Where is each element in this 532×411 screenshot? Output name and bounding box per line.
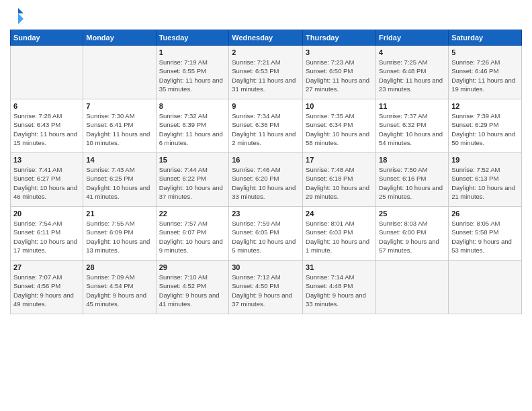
calendar-cell: 16Sunrise: 7:46 AM Sunset: 6:20 PM Dayli… (229, 153, 303, 207)
day-detail: Sunrise: 7:54 AM Sunset: 6:11 PM Dayligh… (13, 219, 80, 255)
day-detail: Sunrise: 7:48 AM Sunset: 6:18 PM Dayligh… (306, 165, 373, 201)
day-detail: Sunrise: 8:05 AM Sunset: 5:58 PM Dayligh… (451, 219, 519, 255)
calendar-cell: 31Sunrise: 7:14 AM Sunset: 4:48 PM Dayli… (303, 261, 376, 314)
calendar-cell: 26Sunrise: 8:05 AM Sunset: 5:58 PM Dayli… (449, 207, 522, 261)
calendar-week-row-1: 1Sunrise: 7:19 AM Sunset: 6:55 PM Daylig… (11, 46, 522, 99)
calendar-cell: 23Sunrise: 7:59 AM Sunset: 6:05 PM Dayli… (229, 207, 303, 261)
calendar-cell (11, 46, 83, 99)
calendar-cell: 29Sunrise: 7:10 AM Sunset: 4:52 PM Dayli… (156, 261, 229, 314)
day-detail: Sunrise: 7:09 AM Sunset: 4:54 PM Dayligh… (86, 273, 152, 308)
day-detail: Sunrise: 7:14 AM Sunset: 4:48 PM Dayligh… (306, 273, 373, 308)
calendar-cell: 1Sunrise: 7:19 AM Sunset: 6:55 PM Daylig… (156, 46, 229, 99)
calendar-cell: 19Sunrise: 7:52 AM Sunset: 6:13 PM Dayli… (449, 153, 522, 207)
calendar-cell (83, 46, 156, 99)
calendar-header-row: Sunday Monday Tuesday Wednesday Thursday… (11, 30, 522, 46)
calendar-cell: 24Sunrise: 8:01 AM Sunset: 6:03 PM Dayli… (303, 207, 376, 261)
day-number: 14 (86, 156, 152, 164)
day-number: 7 (86, 102, 152, 110)
day-number: 11 (379, 102, 445, 110)
calendar-cell: 14Sunrise: 7:43 AM Sunset: 6:25 PM Dayli… (83, 153, 156, 207)
calendar-cell (449, 261, 522, 314)
calendar-cell: 9Sunrise: 7:34 AM Sunset: 6:36 PM Daylig… (229, 99, 303, 153)
day-detail: Sunrise: 7:25 AM Sunset: 6:48 PM Dayligh… (379, 58, 445, 93)
day-number: 15 (159, 156, 226, 164)
day-number: 21 (86, 210, 152, 218)
day-number: 12 (451, 102, 519, 110)
calendar-cell: 15Sunrise: 7:44 AM Sunset: 6:22 PM Dayli… (156, 153, 229, 207)
calendar-cell: 13Sunrise: 7:41 AM Sunset: 6:27 PM Dayli… (11, 153, 83, 207)
day-number: 23 (232, 210, 300, 218)
day-detail: Sunrise: 7:34 AM Sunset: 6:36 PM Dayligh… (232, 111, 300, 147)
day-detail: Sunrise: 7:30 AM Sunset: 6:41 PM Dayligh… (86, 111, 152, 147)
day-number: 19 (451, 156, 519, 164)
day-number: 6 (13, 102, 80, 110)
day-detail: Sunrise: 8:03 AM Sunset: 6:00 PM Dayligh… (379, 219, 445, 255)
calendar-cell: 5Sunrise: 7:26 AM Sunset: 6:46 PM Daylig… (449, 46, 522, 99)
calendar-cell: 18Sunrise: 7:50 AM Sunset: 6:16 PM Dayli… (376, 153, 449, 207)
day-number: 17 (306, 156, 373, 164)
day-number: 5 (451, 48, 519, 56)
day-number: 24 (306, 210, 373, 218)
calendar-cell: 25Sunrise: 8:03 AM Sunset: 6:00 PM Dayli… (376, 207, 449, 261)
header (10, 7, 522, 26)
calendar-week-row-2: 6Sunrise: 7:28 AM Sunset: 6:43 PM Daylig… (11, 99, 522, 153)
calendar-cell: 17Sunrise: 7:48 AM Sunset: 6:18 PM Dayli… (303, 153, 376, 207)
day-number: 29 (159, 263, 226, 271)
logo-icon (11, 7, 25, 26)
day-detail: Sunrise: 7:57 AM Sunset: 6:07 PM Dayligh… (159, 219, 226, 255)
calendar-cell: 30Sunrise: 7:12 AM Sunset: 4:50 PM Dayli… (229, 261, 303, 314)
calendar-week-row-4: 20Sunrise: 7:54 AM Sunset: 6:11 PM Dayli… (11, 207, 522, 261)
calendar-cell (376, 261, 449, 314)
day-detail: Sunrise: 7:43 AM Sunset: 6:25 PM Dayligh… (86, 165, 152, 201)
day-number: 2 (232, 48, 300, 56)
day-number: 18 (379, 156, 445, 164)
calendar-cell: 2Sunrise: 7:21 AM Sunset: 6:53 PM Daylig… (229, 46, 303, 99)
day-detail: Sunrise: 7:52 AM Sunset: 6:13 PM Dayligh… (451, 165, 519, 201)
calendar-cell: 8Sunrise: 7:32 AM Sunset: 6:39 PM Daylig… (156, 99, 229, 153)
day-number: 28 (86, 263, 152, 271)
day-detail: Sunrise: 7:26 AM Sunset: 6:46 PM Dayligh… (451, 58, 519, 93)
day-number: 27 (13, 263, 80, 271)
day-number: 13 (13, 156, 80, 164)
svg-marker-1 (18, 13, 24, 24)
calendar-table: Sunday Monday Tuesday Wednesday Thursday… (10, 30, 522, 314)
day-detail: Sunrise: 7:21 AM Sunset: 6:53 PM Dayligh… (232, 58, 300, 93)
day-detail: Sunrise: 7:10 AM Sunset: 4:52 PM Dayligh… (159, 273, 226, 308)
calendar-cell: 3Sunrise: 7:23 AM Sunset: 6:50 PM Daylig… (303, 46, 376, 99)
calendar-cell: 27Sunrise: 7:07 AM Sunset: 4:56 PM Dayli… (11, 261, 83, 314)
day-detail: Sunrise: 7:59 AM Sunset: 6:05 PM Dayligh… (232, 219, 300, 255)
col-sunday: Sunday (11, 30, 83, 46)
calendar-cell: 4Sunrise: 7:25 AM Sunset: 6:48 PM Daylig… (376, 46, 449, 99)
day-number: 25 (379, 210, 445, 218)
day-detail: Sunrise: 7:50 AM Sunset: 6:16 PM Dayligh… (379, 165, 445, 201)
col-saturday: Saturday (449, 30, 522, 46)
day-number: 26 (451, 210, 519, 218)
day-detail: Sunrise: 7:23 AM Sunset: 6:50 PM Dayligh… (306, 58, 373, 93)
calendar-week-row-5: 27Sunrise: 7:07 AM Sunset: 4:56 PM Dayli… (11, 261, 522, 314)
col-friday: Friday (376, 30, 449, 46)
day-number: 9 (232, 102, 300, 110)
calendar-cell: 22Sunrise: 7:57 AM Sunset: 6:07 PM Dayli… (156, 207, 229, 261)
day-number: 16 (232, 156, 300, 164)
calendar-cell: 12Sunrise: 7:39 AM Sunset: 6:29 PM Dayli… (449, 99, 522, 153)
day-detail: Sunrise: 7:55 AM Sunset: 6:09 PM Dayligh… (86, 219, 152, 255)
day-number: 30 (232, 263, 300, 271)
day-detail: Sunrise: 7:44 AM Sunset: 6:22 PM Dayligh… (159, 165, 226, 201)
logo (10, 7, 25, 26)
col-tuesday: Tuesday (156, 30, 229, 46)
day-detail: Sunrise: 7:12 AM Sunset: 4:50 PM Dayligh… (232, 273, 300, 308)
calendar-cell: 21Sunrise: 7:55 AM Sunset: 6:09 PM Dayli… (83, 207, 156, 261)
day-number: 31 (306, 263, 373, 271)
day-detail: Sunrise: 7:28 AM Sunset: 6:43 PM Dayligh… (13, 111, 80, 147)
col-thursday: Thursday (303, 30, 376, 46)
calendar-week-row-3: 13Sunrise: 7:41 AM Sunset: 6:27 PM Dayli… (11, 153, 522, 207)
day-number: 1 (159, 48, 226, 56)
day-number: 10 (306, 102, 373, 110)
calendar-cell: 28Sunrise: 7:09 AM Sunset: 4:54 PM Dayli… (83, 261, 156, 314)
col-monday: Monday (83, 30, 156, 46)
day-number: 4 (379, 48, 445, 56)
day-detail: Sunrise: 7:32 AM Sunset: 6:39 PM Dayligh… (159, 111, 226, 147)
calendar-cell: 20Sunrise: 7:54 AM Sunset: 6:11 PM Dayli… (11, 207, 83, 261)
day-number: 8 (159, 102, 226, 110)
calendar-cell: 10Sunrise: 7:35 AM Sunset: 6:34 PM Dayli… (303, 99, 376, 153)
